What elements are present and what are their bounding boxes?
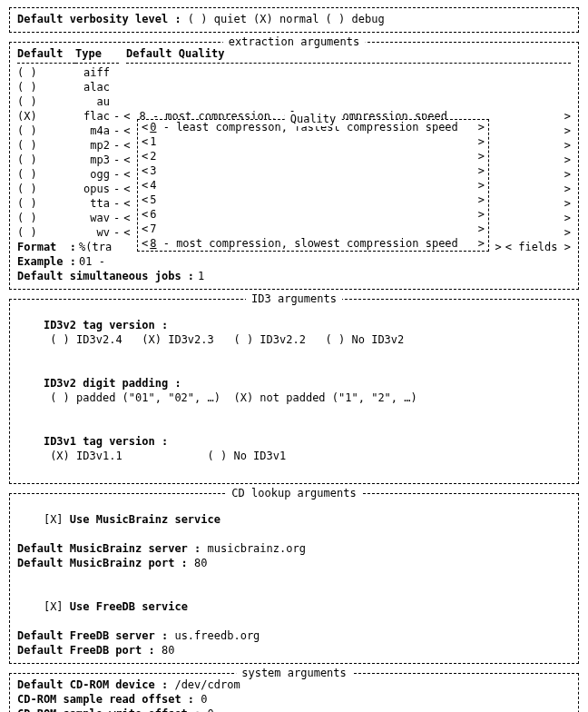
fdb-use-label: Use FreeDB service [70,600,188,613]
quality-option-6[interactable]: < 6> [142,207,485,222]
type-radio-tta[interactable]: ( ) [17,196,75,211]
jobs-value[interactable]: 1 [194,269,204,283]
id3v2-option-1[interactable]: (X) ID3v2.3 [122,333,214,346]
chevron-left-icon: < [142,193,148,207]
id3v1-option-1[interactable]: ( ) No ID3v1 [122,450,287,462]
type-radio-au[interactable]: ( ) [17,94,75,109]
chevron-right-icon: > [478,120,485,134]
chevron-right-icon: > [478,193,485,207]
format-label: Format : [17,240,75,254]
quality-option-2[interactable]: < 2> [142,149,485,163]
id3v1-option-0[interactable]: (X) ID3v1.1 [44,450,122,462]
quality-popup-title: Quality [285,112,342,126]
type-radio-mp2[interactable]: ( ) [17,138,75,153]
id3v2-option-0[interactable]: ( ) ID3v2.4 [44,333,122,346]
verbosity-box: Default verbosity level : ( ) quiet (X) … [9,7,579,33]
type-radio-wav[interactable]: ( ) [17,211,75,225]
type-name-au: au [75,94,110,109]
chevron-right-icon: > [478,163,485,178]
verbosity-option-debug[interactable]: ( ) debug [318,13,384,25]
mb-checkbox[interactable]: [X] [44,513,70,526]
system-title: system arguments [236,666,352,680]
fdb-port-value[interactable]: 80 [162,644,174,657]
cd-lookup-title: CD lookup arguments [226,486,361,500]
jobs-label: Default simultaneous jobs : [17,269,194,283]
extraction-title: extraction arguments [223,35,366,49]
example-row: Example : 01 - [17,254,571,269]
type-name-ogg: ogg [75,167,110,182]
chevron-right-icon: > [478,149,485,163]
verbosity-option-quiet[interactable]: ( ) quiet [188,13,247,25]
type-name-alac: alac [75,80,110,94]
example-value: 01 - [75,254,105,269]
type-name-aiff: aiff [75,65,110,80]
dev-value[interactable]: /dev/cdrom [174,678,240,691]
type-name-tta: tta [75,196,110,211]
chevron-left-icon: < [142,207,148,222]
id3-box: ID3 arguments ID3v2 tag version : ( ) ID… [9,299,579,484]
chevron-right-icon: > [478,222,485,236]
chevron-right-icon: > [478,178,485,193]
type-name-wv: wv [75,225,110,240]
chevron-left-icon: < [142,149,148,163]
chevron-left-icon: < [142,178,148,193]
chevron-left-icon: < [142,222,148,236]
type-radio-ogg[interactable]: ( ) [17,167,75,182]
chevron-left-icon: < [142,120,148,134]
quality-option-3[interactable]: < 3> [142,163,485,178]
id3v2-option-3[interactable]: ( ) No ID3v2 [306,333,404,346]
type-radio-aiff[interactable]: ( ) [17,65,75,80]
type-radio-wv[interactable]: ( ) [17,225,75,240]
type-name-opus: opus [75,182,110,196]
type-radio-m4a[interactable]: ( ) [17,124,75,138]
verbosity-option-normal[interactable]: (X) normal [247,13,318,25]
chevron-left-icon: < [142,134,148,149]
mb-use-label: Use MusicBrainz service [70,513,220,526]
quality-option-8[interactable]: <8 - most compression, slowest compressi… [142,236,485,251]
chevron-left-icon: < [142,163,148,178]
type-name-wav: wav [75,211,110,225]
quality-option-1[interactable]: < 1> [142,134,485,149]
type-radio-mp3[interactable]: ( ) [17,153,75,167]
col-default-header: Default [17,46,75,61]
id3pad-option-0[interactable]: ( ) padded ("01", "02", …) [44,391,220,404]
type-radio-flac[interactable]: (X) [17,109,75,124]
mb-port-value[interactable]: 80 [194,557,207,569]
cd-lookup-box: CD lookup arguments [X] Use MusicBrainz … [9,493,579,664]
type-radio-opus[interactable]: ( ) [17,182,75,196]
quality-option-4[interactable]: < 4> [142,178,485,193]
mb-port-label: Default MusicBrainz port : [17,557,188,569]
id3v2-option-2[interactable]: ( ) ID3v2.2 [214,333,306,346]
quality-option-7[interactable]: < 7> [142,222,485,236]
quality-popup: Quality <0 - least compresson, fastest c… [137,119,489,252]
type-radio-alac[interactable]: ( ) [17,80,75,94]
id3v1-label: ID3v1 tag version : [44,435,168,448]
type-name-flac: flac [75,109,110,124]
type-name-m4a: m4a [75,124,110,138]
mb-server-label: Default MusicBrainz server : [17,542,201,555]
jobs-row: Default simultaneous jobs : 1 [17,269,571,283]
example-label: Example : [17,254,75,269]
id3pad-option-1[interactable]: (X) not padded ("1", "2", …) [220,391,417,404]
fdb-port-label: Default FreeDB port : [17,644,155,657]
mb-server-value[interactable]: musicbrainz.org [208,542,306,555]
type-row-au: ( )au [17,94,571,109]
chevron-right-icon: > [478,207,485,222]
id3v2-label: ID3v2 tag version : [44,319,168,331]
format-value[interactable]: %(tra [75,240,126,254]
fdb-server-value[interactable]: us.freedb.org [174,629,260,642]
chevron-right-icon: > [478,134,485,149]
type-row-alac: ( )alac [17,80,571,94]
quality-option-5[interactable]: < 5> [142,193,485,207]
id3-title: ID3 arguments [246,292,342,306]
woff-label: CD-ROM sample write offset : [17,707,201,712]
chevron-right-icon: > [478,236,485,251]
system-box: system arguments Default CD-ROM device :… [9,673,579,712]
roff-value[interactable]: 0 [201,693,207,706]
chevron-left-icon: < [142,236,148,251]
roff-label: CD-ROM sample read offset : [17,693,194,706]
type-name-mp3: mp3 [75,153,110,167]
fdb-checkbox[interactable]: [X] [44,600,70,613]
fields-button[interactable]: < fields > [505,240,571,254]
woff-value[interactable]: 0 [208,707,214,712]
